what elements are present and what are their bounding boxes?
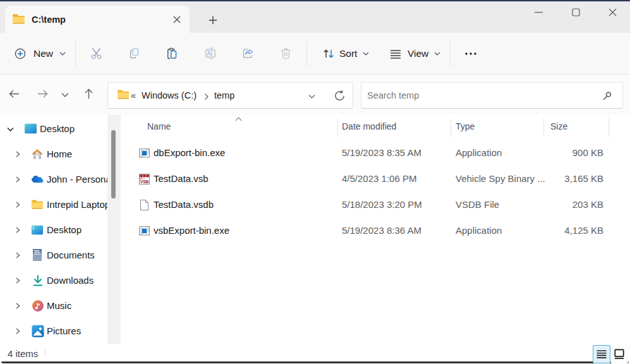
svg-text:VSB: VSB [140, 179, 149, 184]
